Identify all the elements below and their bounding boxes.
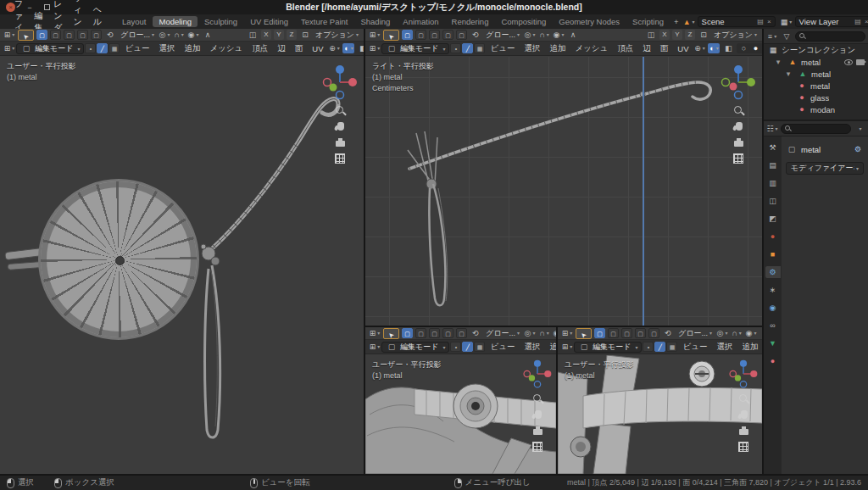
pan-hand-icon[interactable] (531, 409, 544, 421)
select-mode-new-icon[interactable] (402, 328, 413, 338)
mode-dropdown[interactable]: 編集モード (381, 342, 449, 353)
tab-shading[interactable]: Shading (354, 16, 396, 27)
options-dropdown[interactable]: オプション (712, 30, 759, 41)
select-mode-new-icon[interactable] (36, 30, 47, 40)
proportional-editing-dropdown[interactable] (553, 30, 565, 40)
select-mode-new-icon[interactable] (594, 328, 605, 338)
transform-orientation-dropdown[interactable]: グロー... (119, 30, 156, 41)
vertex-select-button[interactable] (643, 342, 654, 352)
active-tool-button[interactable] (18, 30, 34, 41)
snap-base-icon[interactable] (299, 30, 311, 40)
ortho-grid-icon[interactable] (532, 442, 542, 452)
pivot-point-dropdown[interactable] (716, 328, 728, 338)
viewport-canvas[interactable]: ユーザー・平行投影 (1) metal (365, 355, 556, 474)
proportional-falloff-icon[interactable] (202, 30, 214, 40)
outliner-row-object[interactable]: metal (764, 56, 868, 68)
menu-face[interactable]: 面 (291, 43, 308, 54)
properties-filter-dropdown[interactable] (854, 124, 865, 134)
shading-solid-button[interactable] (749, 43, 761, 53)
edge-select-button[interactable] (654, 342, 665, 352)
mirror-y-button[interactable]: Y (672, 30, 682, 40)
tab-rendering[interactable]: Rendering (446, 16, 495, 27)
show-overlays-dropdown[interactable] (708, 43, 720, 53)
select-mode-invert-icon[interactable] (77, 30, 88, 40)
ortho-grid-icon[interactable] (335, 153, 345, 164)
shading-wireframe-button[interactable] (737, 43, 749, 53)
mirror-z-button[interactable]: Z (685, 30, 695, 40)
options-dropdown[interactable]: オプション (314, 30, 360, 41)
xray-toggle[interactable] (722, 43, 734, 53)
face-select-button[interactable] (474, 342, 485, 352)
camera-view-icon[interactable] (334, 136, 347, 149)
mode-dropdown[interactable]: 編集モード (574, 342, 642, 353)
view-layer-field[interactable]: View Layer (795, 16, 868, 27)
menu-select[interactable]: 選択 (712, 342, 737, 353)
edge-select-button[interactable] (462, 342, 473, 352)
particles-properties-tab[interactable]: ∗ (765, 284, 781, 296)
camera-view-icon[interactable] (737, 425, 750, 437)
vertex-select-button[interactable] (450, 342, 461, 352)
menu-select[interactable]: 選択 (520, 43, 544, 54)
select-mode-invert-icon[interactable] (442, 328, 453, 338)
select-mode-intersect-icon[interactable] (456, 30, 467, 40)
select-mode-intersect-icon[interactable] (648, 328, 659, 338)
filter-icon[interactable] (781, 31, 793, 42)
remove-view-layer-icon[interactable] (865, 18, 868, 25)
visibility-eye-icon[interactable] (844, 59, 853, 65)
zoom-icon[interactable] (531, 393, 544, 405)
modifier-properties-tab[interactable]: ⚙ (765, 266, 781, 278)
tab-geometry-nodes[interactable]: Geometry Nodes (553, 16, 626, 27)
render-visibility-icon[interactable] (856, 59, 865, 65)
proportional-editing-dropdown[interactable] (745, 328, 757, 338)
menu-select[interactable]: 選択 (154, 43, 179, 54)
select-mode-extend-icon[interactable] (415, 30, 426, 40)
tab-animation[interactable]: Animation (397, 16, 444, 27)
menu-edge[interactable]: 辺 (273, 43, 290, 54)
physics-properties-tab[interactable]: ◉ (765, 302, 781, 314)
snap-dropdown[interactable] (173, 30, 185, 40)
snap-dropdown[interactable] (538, 30, 550, 40)
ortho-grid-icon[interactable] (738, 442, 748, 452)
menu-view[interactable]: ビュー (678, 342, 711, 353)
zoom-icon[interactable] (732, 104, 745, 117)
editor-type-icon[interactable] (3, 30, 15, 40)
shading-material-button[interactable] (761, 43, 762, 53)
active-tool-button[interactable] (383, 328, 399, 339)
pan-hand-icon[interactable] (732, 120, 745, 133)
menu-add[interactable]: 追加 (545, 342, 556, 353)
editor-type-icon[interactable] (369, 30, 381, 40)
zoom-icon[interactable] (334, 104, 347, 117)
proportional-editing-dropdown[interactable] (553, 328, 556, 338)
menu-edge[interactable]: 辺 (638, 43, 655, 54)
outliner-row-material[interactable]: metal (764, 80, 868, 92)
pivot-point-dropdown[interactable] (524, 30, 536, 40)
pivot-point-dropdown[interactable] (159, 30, 170, 40)
pan-hand-icon[interactable] (334, 120, 347, 133)
mirror-x-button[interactable]: X (659, 30, 670, 40)
properties-editor-type-icon[interactable] (766, 124, 778, 134)
view-layer-browse-icon[interactable] (781, 17, 793, 27)
new-scene-icon[interactable] (757, 18, 764, 25)
tool-properties-tab[interactable]: ⚒ (765, 142, 781, 153)
ortho-grid-icon[interactable] (733, 153, 743, 164)
tab-texture-paint[interactable]: Texture Paint (295, 16, 353, 27)
add-modifier-button[interactable]: モディファイアーを追加 (786, 162, 864, 175)
face-select-button[interactable] (108, 43, 120, 53)
viewport-canvas[interactable]: ライト・平行投影 (1) metal Centimeters (365, 57, 762, 326)
axis-gizmo[interactable] (522, 359, 553, 389)
snap-dropdown[interactable] (538, 328, 550, 338)
unlink-scene-icon[interactable] (767, 18, 771, 25)
menu-uv[interactable]: UV (673, 44, 693, 53)
viewport-canvas[interactable]: ユーザー・平行投影 (1) metal (558, 355, 762, 474)
menu-vertex[interactable]: 頂点 (248, 43, 272, 54)
expand-caret-icon[interactable] (782, 69, 794, 79)
select-mode-intersect-icon[interactable] (456, 328, 467, 338)
output-properties-tab[interactable]: ▥ (765, 177, 781, 189)
menu-vertex[interactable]: 頂点 (613, 43, 637, 54)
select-mode-intersect-icon[interactable] (91, 30, 102, 40)
menu-mesh[interactable]: メッシュ (570, 43, 612, 54)
properties-search-input[interactable] (781, 124, 851, 134)
menu-select[interactable]: 選択 (520, 342, 544, 353)
tab-compositing[interactable]: Compositing (495, 16, 552, 27)
scene-field[interactable]: Scene (698, 16, 776, 27)
